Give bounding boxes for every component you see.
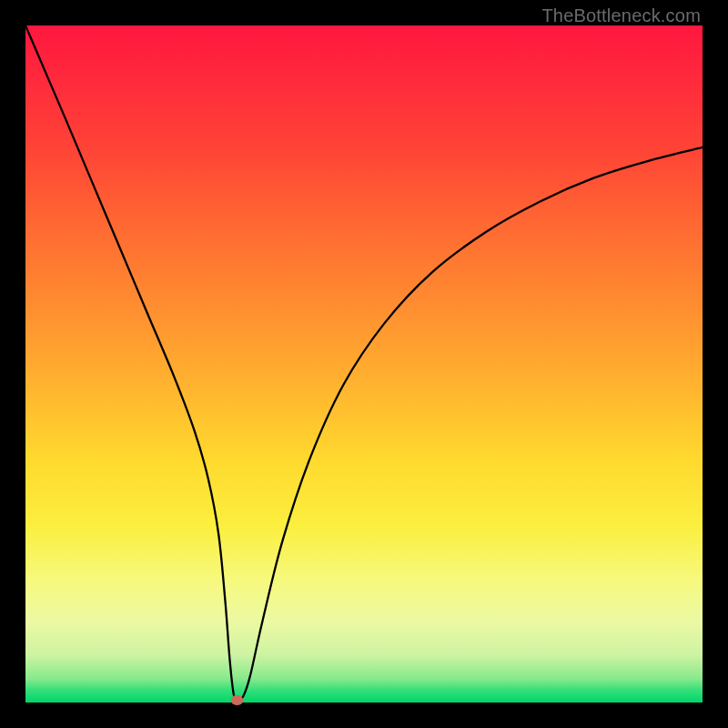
chart-frame bbox=[25, 25, 703, 703]
plot-gradient-background bbox=[25, 25, 703, 703]
minimum-marker bbox=[231, 695, 243, 705]
watermark-text: TheBottleneck.com bbox=[541, 5, 701, 26]
